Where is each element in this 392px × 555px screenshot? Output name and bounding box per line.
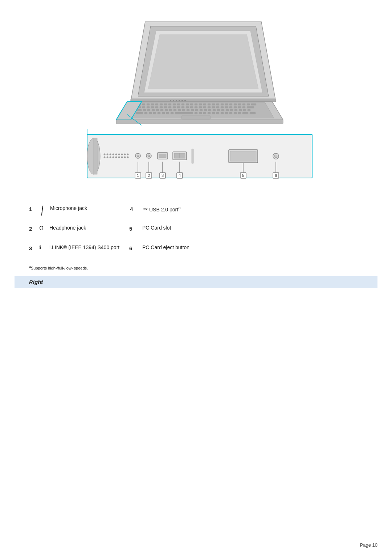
svg-rect-24: [212, 104, 215, 105]
svg-point-112: [179, 100, 180, 101]
label-row-1: 1 ╱ Microphone jack 4 ∾ USB 2.0 porta: [29, 205, 363, 218]
svg-point-139: [124, 157, 126, 158]
svg-rect-29: [234, 104, 237, 105]
svg-rect-75: [204, 109, 207, 111]
svg-rect-92: [166, 112, 169, 114]
label-5-number: 5: [129, 225, 139, 232]
svg-rect-105: [238, 112, 241, 114]
label-row-3: 3 ℹ i.LINK® (IEEE 1394) S400 port 6 PC C…: [29, 244, 363, 258]
svg-rect-21: [199, 104, 202, 105]
page-container: 1 2 3 4 5 6 1 ╱: [0, 0, 392, 555]
page-number: Page 10: [360, 542, 377, 548]
svg-rect-27: [225, 104, 228, 105]
svg-rect-71: [187, 109, 189, 111]
label-col2-row1: 4 ∾ USB 2.0 porta: [130, 205, 181, 212]
label-2-number: 2: [29, 225, 39, 232]
svg-marker-116: [116, 120, 283, 123]
svg-rect-61: [143, 109, 146, 111]
svg-point-154: [274, 155, 277, 158]
label-col2-row3: 6 PC Card eject button: [129, 244, 189, 251]
svg-rect-9: [147, 104, 150, 105]
svg-point-137: [118, 157, 120, 158]
svg-rect-44: [181, 106, 184, 108]
label-1-text: Microphone jack: [50, 205, 126, 211]
svg-rect-91: [162, 112, 165, 114]
svg-rect-17: [181, 104, 184, 105]
svg-rect-48: [199, 106, 202, 108]
headphone-icon: Ω: [39, 225, 49, 232]
svg-rect-79: [221, 109, 224, 111]
svg-rect-78: [217, 109, 220, 111]
svg-rect-101: [221, 112, 224, 114]
svg-rect-57: [238, 106, 241, 108]
svg-rect-72: [191, 109, 194, 111]
svg-rect-13: [164, 104, 167, 105]
laptop-svg: [102, 11, 290, 127]
svg-text:3: 3: [162, 173, 164, 178]
svg-rect-45: [186, 106, 189, 108]
svg-rect-51: [212, 106, 215, 108]
svg-rect-50: [208, 106, 211, 108]
svg-rect-96: [199, 112, 202, 114]
svg-text:2: 2: [148, 173, 150, 178]
svg-point-114: [184, 100, 186, 101]
svg-rect-99: [212, 112, 215, 114]
svg-rect-30: [238, 104, 241, 105]
svg-text:1: 1: [137, 173, 139, 178]
svg-rect-39: [160, 106, 163, 108]
svg-rect-90: [158, 112, 160, 114]
svg-rect-80: [226, 109, 229, 111]
svg-rect-14: [168, 104, 171, 105]
svg-rect-146: [159, 154, 166, 158]
svg-rect-49: [203, 106, 206, 108]
svg-rect-84: [243, 109, 246, 111]
svg-rect-25: [216, 104, 219, 105]
svg-rect-18: [186, 104, 189, 105]
svg-rect-52: [216, 106, 219, 108]
svg-rect-31: [242, 104, 245, 105]
usb-icon: ∾: [143, 205, 148, 212]
svg-rect-15: [173, 104, 176, 105]
laptop-illustration: [15, 11, 377, 127]
svg-point-134: [110, 157, 111, 158]
svg-marker-3: [148, 35, 258, 89]
svg-rect-122: [94, 138, 97, 174]
svg-rect-28: [229, 104, 232, 105]
svg-rect-93: [171, 112, 173, 114]
svg-point-131: [127, 154, 129, 155]
svg-point-123: [104, 154, 106, 155]
label-col2-row2: 5 PC Card slot: [129, 225, 171, 232]
svg-rect-108: [181, 116, 211, 119]
labels-section: 1 ╱ Microphone jack 4 ∾ USB 2.0 porta 2 …: [29, 205, 363, 258]
svg-rect-69: [178, 109, 181, 111]
ilink-icon: ℹ: [39, 244, 49, 250]
svg-rect-26: [221, 104, 224, 105]
footnote: aSupports high-/full-/low- speeds.: [29, 265, 363, 270]
svg-text:6: 6: [275, 173, 277, 178]
svg-rect-37: [151, 106, 154, 108]
label-6-number: 6: [129, 244, 139, 251]
svg-rect-36: [147, 106, 150, 108]
svg-rect-41: [168, 106, 171, 108]
svg-rect-4: [131, 99, 276, 102]
svg-rect-97: [203, 112, 206, 114]
svg-rect-20: [195, 104, 197, 105]
svg-rect-94: [175, 112, 193, 114]
label-4-text: USB 2.0 porta: [149, 205, 181, 212]
svg-text:4: 4: [179, 173, 181, 178]
svg-rect-150: [192, 149, 193, 163]
svg-rect-83: [239, 109, 242, 111]
svg-point-128: [118, 154, 120, 155]
svg-rect-85: [248, 109, 250, 111]
svg-rect-107: [250, 112, 256, 114]
svg-rect-76: [208, 109, 211, 111]
svg-rect-95: [195, 112, 197, 114]
svg-rect-152: [230, 151, 256, 161]
label-5-text: PC Card slot: [142, 225, 171, 231]
svg-point-125: [110, 154, 111, 155]
svg-rect-38: [155, 106, 158, 108]
svg-rect-100: [216, 112, 219, 114]
svg-rect-22: [203, 104, 206, 105]
label-4-number: 4: [130, 205, 140, 212]
svg-rect-10: [151, 104, 154, 105]
